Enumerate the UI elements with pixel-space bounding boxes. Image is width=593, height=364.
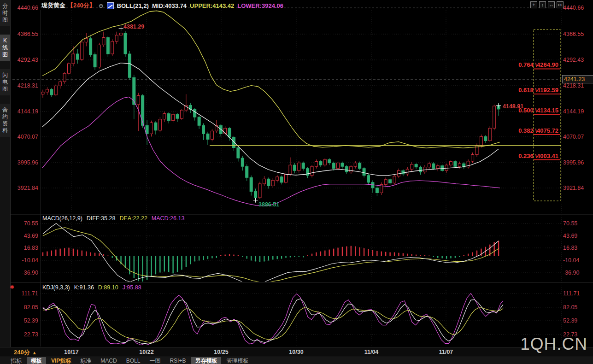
macd-diff-value: DIFF:35.28 bbox=[87, 215, 116, 222]
macd-dea-value: DEA:22.22 bbox=[119, 215, 147, 222]
kdj-d-value: D:89.10 bbox=[98, 284, 118, 291]
collapse-icon[interactable]: ⊖ bbox=[99, 2, 104, 9]
price-axis-label-left: 4292.43 bbox=[9, 57, 38, 63]
period-selector-label: 240分 bbox=[14, 349, 30, 356]
boll-indicator-name: BOLL(21,2) bbox=[117, 2, 149, 9]
x-axis-date-label: 10/17 bbox=[61, 349, 82, 355]
price-axis-label-right: 3921.84 bbox=[563, 185, 584, 191]
period-dropdown-arrow-icon: ▲ bbox=[32, 350, 37, 355]
price-axis-label-right: 3995.96 bbox=[563, 159, 584, 166]
toolbar-button-标准[interactable]: 标准 bbox=[76, 357, 95, 364]
kdj-axis-label-right: 111.71 bbox=[563, 290, 580, 297]
price-axis-label-right: 4144.19 bbox=[563, 108, 584, 115]
macd-header: MACD(26,12,9) DIFF:35.28 DEA:22.22 MACD:… bbox=[42, 215, 184, 222]
chart-canvas[interactable] bbox=[0, 0, 593, 364]
price-axis-label-right: 4292.43 bbox=[563, 57, 584, 63]
price-axis-label-right: 4440.66 bbox=[563, 5, 584, 11]
fib-level-label-0.382: 0.382 \4075.72 bbox=[479, 127, 558, 134]
kdj-axis-label-left: 82.05 bbox=[9, 304, 38, 311]
pan-tool-icon[interactable]: + bbox=[530, 1, 537, 8]
toolbar-button-模板[interactable]: 模板 bbox=[27, 357, 46, 364]
bottom-toolbar: 指标模板VIP指标标准MACDBOLL一图RSI+B另存模板管理模板 bbox=[0, 357, 593, 364]
price-axis-label-right: 4366.55 bbox=[563, 31, 584, 37]
toolbar-button-BOLL[interactable]: BOLL bbox=[122, 357, 145, 364]
macd-macd-value: MACD:26.13 bbox=[152, 215, 185, 222]
toolbar-button-另存模板[interactable]: 另存模板 bbox=[191, 357, 221, 364]
kdj-axis-label-left: 52.39 bbox=[9, 317, 38, 324]
chart-type-icon[interactable] bbox=[107, 2, 114, 9]
kdj-axis-label-right: 52.39 bbox=[563, 317, 577, 324]
macd-axis-label-left: 16.83 bbox=[9, 245, 38, 251]
price-axis-label-left: 4366.55 bbox=[9, 31, 38, 37]
period-selector[interactable]: 240分▲ bbox=[14, 348, 37, 357]
watermark: 1QH.CN bbox=[520, 335, 587, 354]
symbol-name: 现货黄金 bbox=[41, 1, 65, 10]
x-axis-row: 240分▲ 10/1710/2210/2510/3011/0411/07 bbox=[0, 347, 593, 357]
peak-price-annotation: 4381.29 bbox=[123, 23, 144, 30]
toolbar-button-管理模板[interactable]: 管理模板 bbox=[222, 357, 252, 364]
price-axis-label-left: 4218.31 bbox=[9, 82, 38, 89]
trough-price-annotation: 3886.51 bbox=[258, 201, 279, 208]
toolbar-button-指标[interactable]: 指标 bbox=[6, 357, 26, 364]
price-axis-label-left: 4070.07 bbox=[9, 134, 38, 140]
chart-tool-icons: +↕↔↦ bbox=[530, 1, 564, 8]
price-axis-label-left: 4144.19 bbox=[9, 108, 38, 115]
last-price-annotation: 4148.91 bbox=[503, 103, 523, 110]
price-axis-label-right: 4070.07 bbox=[563, 134, 584, 140]
crosshair-price-tag: 4241.23 bbox=[562, 75, 593, 83]
fib-level-label-0.764: 0.764 \4264.90 bbox=[479, 61, 558, 68]
kdj-k-value: K:91.36 bbox=[74, 284, 94, 291]
kdj-header: KDJ(9,3,3) K:91.36 D:89.10 J:95.88 bbox=[42, 284, 141, 291]
period-label: 【240分】 bbox=[67, 1, 95, 10]
trading-app-window: 分时图K线图闪电图合约资料 现货黄金 【240分】 ⊖ BOLL(21,2) M… bbox=[0, 0, 593, 364]
kdj-axis-label-left: 22.73 bbox=[9, 331, 38, 338]
boll-lower-value: LOWER:3924.06 bbox=[237, 2, 283, 9]
x-axis-date-label: 10/25 bbox=[211, 349, 231, 355]
shift-right-icon[interactable]: ↦ bbox=[557, 1, 564, 8]
toolbar-button-一图[interactable]: 一图 bbox=[145, 357, 164, 364]
toolbar-button-VIP指标[interactable]: VIP指标 bbox=[47, 357, 75, 364]
x-axis-date-label: 11/07 bbox=[436, 349, 456, 355]
boll-upper-value: UPPER:4143.42 bbox=[190, 2, 234, 9]
price-axis-label-left: 4440.66 bbox=[9, 5, 38, 11]
x-axis-date-label: 10/30 bbox=[286, 349, 306, 355]
toolbar-button-MACD[interactable]: MACD bbox=[96, 357, 121, 364]
macd-axis-label-left: -10.04 bbox=[9, 257, 38, 264]
kdj-settings-icon[interactable]: ✱ bbox=[10, 284, 14, 290]
fib-level-label-0.236: 0.236 \4003.41 bbox=[479, 153, 558, 159]
macd-name: MACD(26,12,9) bbox=[42, 215, 82, 222]
price-axis-label-right: 4218.31 bbox=[563, 82, 584, 89]
vertical-scale-icon[interactable]: ↕ bbox=[539, 1, 546, 8]
macd-axis-label-right: 70.55 bbox=[563, 220, 577, 227]
price-axis-label-left: 3995.96 bbox=[9, 159, 38, 166]
x-axis-date-label: 10/22 bbox=[136, 349, 157, 355]
price-axis-label-left: 3921.84 bbox=[9, 185, 38, 191]
fib-level-label-0.618: 0.618 \4192.59 bbox=[479, 87, 558, 94]
boll-mid-value: MID:4033.74 bbox=[152, 2, 187, 9]
sidebar-tab-1[interactable]: 分时图 bbox=[0, 0, 10, 26]
macd-axis-label-right: -10.04 bbox=[563, 257, 579, 264]
toolbar-button-RSI+B[interactable]: RSI+B bbox=[165, 357, 190, 364]
chart-title-bar: 现货黄金 【240分】 ⊖ BOLL(21,2) MID:4033.74 UPP… bbox=[41, 1, 283, 10]
macd-axis-label-right: -36.90 bbox=[563, 270, 579, 276]
kdj-name: KDJ(9,3,3) bbox=[42, 284, 70, 291]
horizontal-scale-icon[interactable]: ↔ bbox=[548, 1, 555, 8]
kdj-axis-label-right: 82.05 bbox=[563, 304, 577, 311]
macd-axis-label-left: 43.69 bbox=[9, 233, 38, 239]
kdj-axis-label-left: 111.71 bbox=[9, 290, 38, 297]
macd-axis-label-right: 43.69 bbox=[563, 233, 577, 239]
x-axis-date-label: 11/04 bbox=[361, 349, 382, 355]
kdj-j-value: J:95.88 bbox=[123, 284, 141, 291]
macd-axis-label-left: 70.55 bbox=[9, 220, 38, 227]
macd-axis-label-right: 16.83 bbox=[563, 245, 577, 251]
macd-axis-label-left: -36.90 bbox=[9, 270, 38, 276]
